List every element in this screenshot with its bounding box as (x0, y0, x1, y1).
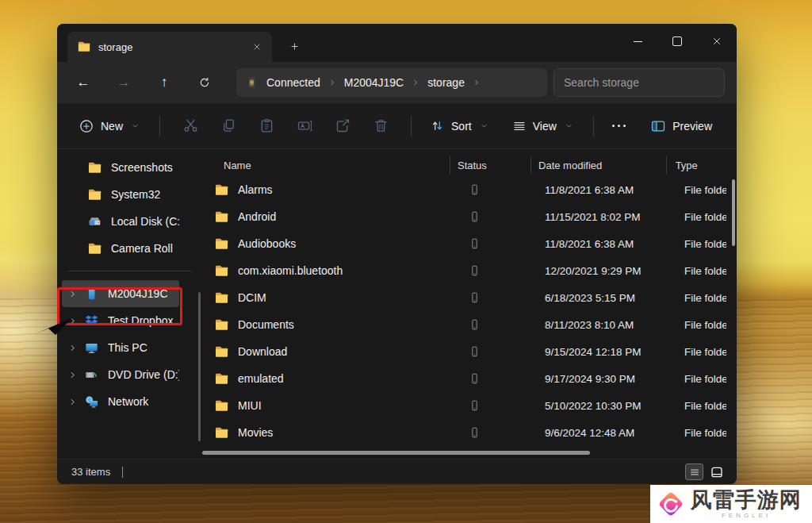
share-button[interactable] (324, 112, 362, 140)
explorer-body: Screenshots System32 Local Disk (C:) Cam… (57, 149, 737, 459)
chevron-down-icon (481, 122, 488, 129)
new-tab-button[interactable] (284, 37, 304, 56)
file-type: File folder (676, 292, 726, 304)
file-row-emulated[interactable]: emulated 9/17/2024 9:30 PM File folder (209, 365, 737, 392)
chevron-right-icon[interactable] (328, 79, 336, 87)
tab-storage[interactable]: storage (67, 32, 272, 62)
sidebar-item-label: Test Dropbox (108, 314, 173, 327)
sidebar-item-screenshots[interactable]: Screenshots (62, 154, 179, 181)
refresh-button[interactable] (189, 68, 220, 97)
sidebar-item-label: This PC (108, 341, 147, 354)
file-type: File folder (676, 400, 726, 412)
file-row-download[interactable]: Download 9/15/2024 12:18 PM File folder (209, 338, 737, 365)
file-type: File folder (676, 319, 726, 331)
phone-icon (84, 286, 99, 302)
column-label: Name (224, 160, 251, 171)
paste-button[interactable] (247, 112, 285, 140)
delete-button[interactable] (362, 112, 400, 140)
tab-title: storage (98, 41, 248, 53)
preview-pane-icon (650, 118, 666, 134)
sidebar-item-dvd-drive[interactable]: DVD Drive (D:) C (62, 361, 179, 388)
file-row-dcim[interactable]: DCIM 6/18/2023 5:15 PM File folder (209, 284, 737, 311)
column-label: Type (676, 160, 698, 171)
sidebar-item-this-pc[interactable]: This PC (62, 334, 179, 361)
sidebar-item-label: Network (108, 395, 148, 408)
cut-button[interactable] (171, 112, 209, 140)
search-input[interactable] (554, 76, 724, 89)
drive-icon (87, 214, 102, 229)
details-view-icon (689, 467, 700, 478)
more-options-button[interactable] (605, 112, 634, 140)
file-row-miui[interactable]: MIUI 5/10/2022 10:30 PM File folder (209, 392, 737, 419)
up-button[interactable]: ↑ (148, 68, 180, 97)
toolbar-divider (593, 116, 594, 137)
folder-icon (87, 187, 102, 202)
share-icon (335, 117, 351, 134)
file-row-movies[interactable]: Movies 9/6/2024 12:48 AM File folder (209, 419, 737, 446)
rename-button[interactable] (285, 112, 324, 140)
file-type: File folder (676, 184, 726, 196)
horizontal-scrollbar[interactable] (202, 451, 590, 455)
sort-button[interactable]: Sort (423, 112, 497, 140)
chevron-right-icon[interactable] (412, 79, 419, 87)
forward-button[interactable]: → (108, 68, 140, 97)
sidebar-item-m2004j19c[interactable]: M2004J19C (62, 280, 179, 307)
sidebar-item-local-disk-c[interactable]: Local Disk (C:) (62, 208, 179, 235)
breadcrumb-current-folder[interactable]: storage (422, 75, 470, 90)
column-header-type[interactable]: Type (667, 156, 737, 174)
date-modified: 9/6/2024 12:48 AM (538, 427, 676, 439)
chevron-expand-icon[interactable] (68, 371, 77, 379)
phone-device-icon (246, 75, 258, 90)
folder-icon (214, 371, 229, 386)
folder-icon (214, 398, 229, 413)
view-button[interactable]: View (505, 112, 582, 140)
file-type: File folder (676, 427, 726, 439)
chevron-down-icon (132, 122, 139, 129)
view-button-label: View (533, 120, 557, 133)
tab-close-button[interactable] (248, 38, 266, 56)
chevron-right-icon[interactable] (473, 79, 481, 87)
dropbox-icon (84, 313, 99, 329)
file-row-audiobooks[interactable]: Audiobooks 11/8/2021 6:38 AM File folder (209, 230, 737, 257)
folder-icon (214, 237, 229, 252)
breadcrumb-storage-root[interactable]: M2004J19C (339, 75, 410, 90)
column-header-name[interactable]: Name (209, 156, 450, 174)
sidebar-item-test-dropbox[interactable]: Test Dropbox (62, 307, 179, 334)
copy-icon (220, 117, 237, 134)
close-window-button[interactable] (699, 28, 735, 55)
plus-icon (289, 41, 300, 52)
chevron-expand-icon[interactable] (68, 290, 77, 298)
sidebar-item-camera-roll[interactable]: Camera Roll (62, 235, 179, 262)
details-view-button[interactable] (685, 463, 703, 480)
copy-button[interactable] (209, 112, 247, 140)
sidebar-scrollbar[interactable] (198, 292, 201, 441)
file-row-documents[interactable]: Documents 8/11/2023 8:10 AM File folder (209, 311, 737, 338)
file-row-com-xiaomi-bluetooth[interactable]: com.xiaomi.bluetooth 12/20/2021 9:29 PM … (209, 257, 737, 284)
vertical-scrollbar[interactable] (732, 179, 735, 246)
file-row-android[interactable]: Android 11/15/2021 8:02 PM File folder (209, 203, 737, 230)
maximize-button[interactable] (659, 28, 695, 55)
sidebar-item-label: Local Disk (C:) (111, 215, 179, 228)
folder-icon (214, 344, 229, 360)
sidebar: Screenshots System32 Local Disk (C:) Cam… (57, 149, 202, 459)
phone-status-icon (468, 425, 481, 440)
file-row-alarms[interactable]: Alarms 11/8/2021 6:38 AM File folder (209, 176, 737, 203)
window-controls (619, 28, 735, 55)
preview-button[interactable]: Preview (643, 112, 719, 140)
watermark-text: 风雷手游网 FENGLEI (691, 489, 802, 519)
minimize-button[interactable] (619, 28, 656, 55)
chevron-expand-icon[interactable] (68, 344, 77, 352)
sidebar-item-system32[interactable]: System32 (62, 181, 179, 208)
breadcrumb-device[interactable]: Connected (261, 75, 326, 90)
new-button[interactable]: New (71, 112, 148, 140)
chevron-expand-icon[interactable] (68, 398, 77, 406)
file-list: Name Status Date modified Type Alarms 11… (202, 149, 737, 459)
column-header-date-modified[interactable]: Date modified (531, 156, 667, 174)
large-icons-view-button[interactable] (707, 463, 726, 480)
large-icons-view-icon (710, 465, 724, 479)
sidebar-item-label: M2004J19C (108, 287, 168, 300)
column-header-status[interactable]: Status (450, 156, 531, 174)
sidebar-item-network[interactable]: Network (62, 388, 179, 415)
back-button[interactable]: ← (67, 68, 99, 97)
refresh-icon (198, 76, 211, 89)
